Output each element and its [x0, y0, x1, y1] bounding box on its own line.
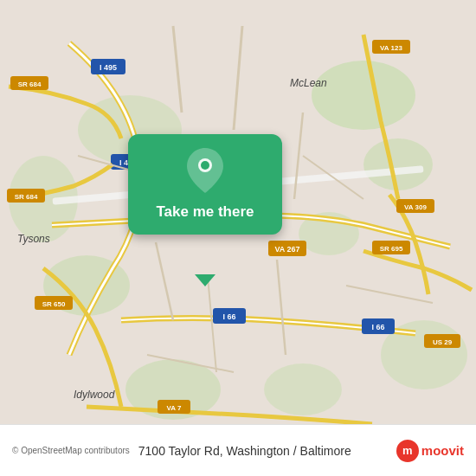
moovit-logo: m moovit: [396, 440, 464, 462]
map-background: I 495 I 495 VA 267 VA 267 I 66 I 66 SR 6…: [0, 0, 476, 476]
svg-point-1: [312, 61, 415, 130]
svg-text:SR 684: SR 684: [18, 80, 42, 88]
address-text: 7100 Taylor Rd, Washington / Baltimore: [138, 444, 388, 458]
location-pin-icon: [187, 148, 223, 193]
svg-text:I 66: I 66: [371, 323, 384, 331]
svg-text:SR 684: SR 684: [15, 193, 38, 201]
take-me-there-label: Take me there: [138, 200, 271, 235]
svg-text:US 29: US 29: [433, 338, 453, 346]
copyright-text: © OpenStreetMap contributors: [12, 446, 130, 455]
take-me-there-button[interactable]: Take me there: [128, 134, 282, 235]
map-container: I 495 I 495 VA 267 VA 267 I 66 I 66 SR 6…: [0, 0, 476, 476]
svg-text:SR 650: SR 650: [42, 300, 66, 308]
popup-pointer: [195, 274, 215, 286]
svg-text:I 495: I 495: [100, 63, 117, 72]
moovit-label: moovit: [421, 443, 464, 458]
svg-text:VA 123: VA 123: [380, 44, 402, 52]
svg-point-2: [363, 138, 433, 190]
svg-text:Tysons: Tysons: [17, 233, 50, 245]
svg-point-53: [201, 161, 209, 170]
svg-text:SR 695: SR 695: [380, 245, 403, 253]
svg-text:VA 309: VA 309: [404, 203, 427, 211]
svg-text:VA 267: VA 267: [274, 245, 299, 254]
pin-icon-container: [170, 134, 241, 200]
svg-text:VA 7: VA 7: [167, 404, 182, 412]
svg-point-7: [264, 363, 342, 415]
moovit-icon: m: [396, 440, 419, 462]
bottom-bar: © OpenStreetMap contributors 7100 Taylor…: [0, 424, 476, 476]
svg-text:McLean: McLean: [290, 77, 327, 89]
svg-text:I 66: I 66: [222, 312, 235, 321]
svg-text:Idylwood: Idylwood: [74, 389, 115, 401]
